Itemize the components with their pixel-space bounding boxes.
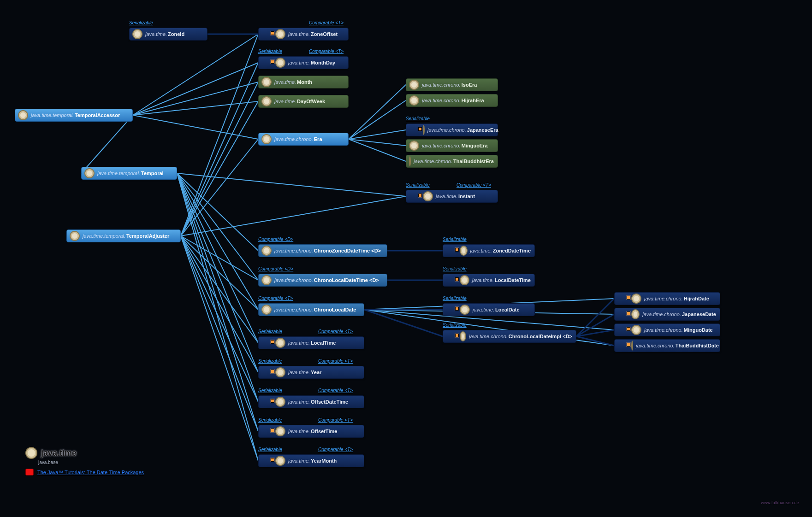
- tag-ser[interactable]: Serializable: [443, 237, 467, 242]
- class-name: HijrahEra: [462, 98, 484, 103]
- final-marker-icon: [418, 194, 422, 197]
- final-marker-icon: [455, 248, 459, 252]
- package-label: java.time.: [288, 458, 310, 464]
- node-zoneid[interactable]: java.time.ZoneId: [129, 28, 207, 41]
- node-instant[interactable]: java.time.Instant: [406, 190, 498, 203]
- tag-ser[interactable]: Serializable: [258, 388, 282, 393]
- node-cldi[interactable]: java.time.chrono.ChronoLocalDateImpl <D>: [443, 330, 576, 343]
- tag-ser[interactable]: Serializable: [258, 447, 282, 452]
- node-ot[interactable]: java.time.OffsetTime: [258, 425, 364, 438]
- node-zoneoffset[interactable]: java.time.ZoneOffset: [258, 28, 349, 41]
- tag-ser[interactable]: Serializable: [258, 417, 282, 423]
- tag-ser[interactable]: Serializable: [258, 49, 282, 54]
- tag-cmpD[interactable]: Comparable <D>: [258, 237, 293, 242]
- svg-line-30: [349, 130, 406, 139]
- node-monthday[interactable]: java.time.MonthDay: [258, 56, 349, 69]
- tag-cmpT[interactable]: Comparable <T>: [318, 388, 353, 393]
- final-marker-icon: [271, 429, 274, 432]
- svg-line-6: [181, 34, 258, 236]
- package-label: java.time.: [436, 194, 457, 199]
- node-minguoera[interactable]: java.time.chrono.MinguoEra: [406, 139, 498, 152]
- type-icon: [409, 141, 419, 151]
- class-name: ChronoLocalDateTime <D>: [314, 277, 379, 283]
- class-name: MonthDay: [311, 60, 335, 65]
- node-cld[interactable]: java.time.chrono.ChronoLocalDate: [258, 303, 364, 316]
- node-temporal[interactable]: java.time.temporal.Temporal: [81, 167, 177, 180]
- node-isoera[interactable]: java.time.chrono.IsoEra: [406, 78, 498, 91]
- node-accessor[interactable]: java.time.temporal.TemporalAccessor: [15, 109, 133, 122]
- node-zdt[interactable]: java.time.ZonedDateTime: [443, 244, 535, 257]
- tag-cmpT[interactable]: Comparable <T>: [309, 49, 344, 54]
- package-label: java.time.chrono.: [274, 136, 313, 142]
- type-icon: [261, 246, 272, 256]
- tag-cmpT[interactable]: Comparable <T>: [318, 447, 353, 452]
- tag-ser[interactable]: Serializable: [443, 323, 467, 328]
- node-ld[interactable]: java.time.LocalDate: [443, 303, 535, 316]
- package-label: java.time.chrono.: [636, 343, 675, 348]
- type-icon: [18, 110, 28, 120]
- tag-ser[interactable]: Serializable: [406, 116, 430, 121]
- node-mdate[interactable]: java.time.chrono.MinguoDate: [614, 323, 720, 336]
- tag-ser[interactable]: Serializable: [443, 296, 467, 301]
- final-marker-icon: [271, 399, 274, 403]
- node-czdt[interactable]: java.time.chrono.ChronoZonedDateTime <D>: [258, 244, 387, 257]
- tag-ser[interactable]: Serializable: [129, 20, 153, 25]
- tag-ser[interactable]: Serializable: [258, 329, 282, 334]
- svg-line-17: [181, 236, 258, 310]
- final-marker-icon: [271, 60, 274, 64]
- class-name: ZoneOffset: [311, 31, 338, 37]
- final-marker-icon: [627, 296, 630, 300]
- node-year[interactable]: java.time.Year: [258, 366, 364, 379]
- tag-ser[interactable]: Serializable: [443, 266, 467, 271]
- svg-line-44: [576, 330, 614, 336]
- svg-line-24: [177, 173, 258, 431]
- tag-cmpT[interactable]: Comparable <T>: [309, 20, 344, 25]
- type-icon: [460, 275, 469, 285]
- package-label: java.time.chrono.: [644, 296, 683, 301]
- node-hdate[interactable]: java.time.chrono.HijrahDate: [614, 292, 720, 305]
- legend: java.time java.base The Java™ Tutorials:…: [25, 447, 144, 476]
- node-ldt[interactable]: java.time.LocalDateTime: [443, 274, 535, 287]
- class-name: JapaneseEra: [467, 127, 498, 133]
- node-adjuster[interactable]: java.time.temporal.TemporalAdjuster: [66, 229, 181, 242]
- svg-line-8: [181, 82, 258, 236]
- svg-line-16: [181, 236, 258, 280]
- type-icon: [275, 29, 285, 39]
- tutorial-link[interactable]: The Java™ Tutorials: The Date-Time Packa…: [25, 469, 144, 476]
- svg-line-20: [177, 173, 258, 372]
- node-localtime[interactable]: java.time.LocalTime: [258, 336, 364, 349]
- node-tdate[interactable]: java.time.chrono.ThaiBuddhistDate: [614, 339, 720, 352]
- node-ym[interactable]: java.time.YearMonth: [258, 454, 364, 467]
- node-odt[interactable]: java.time.OffsetDateTime: [258, 395, 364, 408]
- package-label: java.time.chrono.: [274, 307, 313, 312]
- node-jdate[interactable]: java.time.chrono.JapaneseDate: [614, 308, 720, 321]
- final-marker-icon: [271, 458, 274, 462]
- class-name: ThaiBuddhistEra: [453, 159, 494, 164]
- node-dayofweek[interactable]: java.time.DayOfWeek: [258, 95, 349, 108]
- class-name: DayOfWeek: [297, 99, 325, 104]
- class-name: ZonedDateTime: [493, 248, 531, 253]
- svg-line-21: [181, 236, 258, 372]
- tag-cmpT[interactable]: Comparable <T>: [456, 182, 491, 188]
- tag-ser[interactable]: Serializable: [406, 182, 430, 188]
- node-thaiera[interactable]: java.time.chrono.ThaiBuddhistEra: [406, 155, 498, 168]
- tag-ser[interactable]: Serializable: [258, 358, 282, 364]
- node-hijrahera[interactable]: java.time.chrono.HijrahEra: [406, 94, 498, 107]
- tag-cmpT[interactable]: Comparable <T>: [318, 358, 353, 364]
- svg-line-5: [81, 115, 133, 173]
- class-name: Year: [311, 370, 321, 375]
- node-cldt[interactable]: java.time.chrono.ChronoLocalDateTime <D>: [258, 274, 387, 287]
- node-japera[interactable]: java.time.chrono.JapaneseEra: [406, 123, 498, 136]
- tag-cmpT[interactable]: Comparable <T>: [258, 296, 293, 301]
- node-month[interactable]: java.time.Month: [258, 76, 349, 88]
- type-icon: [631, 309, 640, 319]
- svg-line-45: [576, 336, 614, 346]
- class-name: LocalTime: [311, 340, 336, 346]
- tag-cmpT[interactable]: Comparable <T>: [318, 329, 353, 334]
- tag-cmpD[interactable]: Comparable <D>: [258, 266, 293, 271]
- node-era[interactable]: java.time.chrono.Era: [258, 133, 349, 146]
- class-name: OffsetTime: [311, 429, 337, 434]
- package-label: java.time.chrono.: [274, 277, 313, 283]
- tag-cmpT[interactable]: Comparable <T>: [318, 417, 353, 423]
- class-name: ChronoLocalDateImpl <D>: [509, 334, 572, 339]
